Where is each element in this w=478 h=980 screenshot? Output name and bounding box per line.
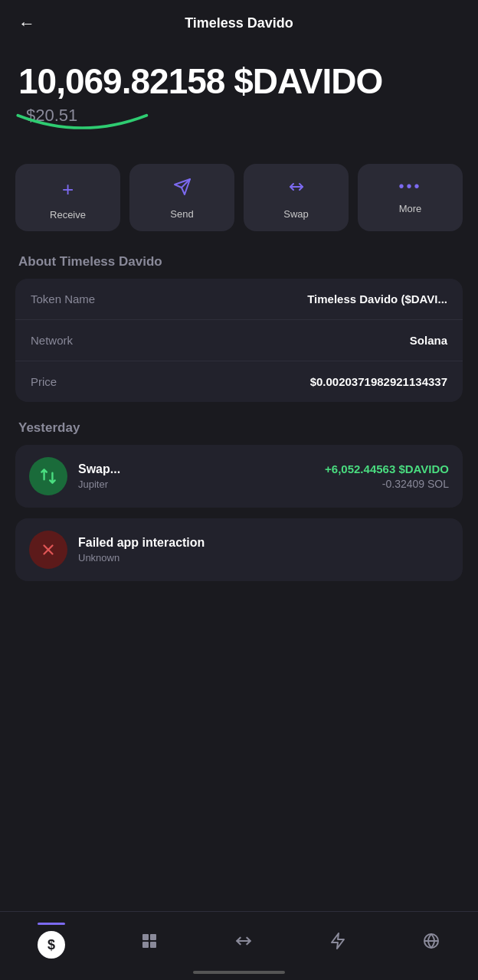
network-row: Network Solana [15,320,463,361]
nav-swap[interactable] [234,931,254,951]
bottom-nav: $ [0,911,478,980]
price-row: Price $0.0020371982921134337 [15,361,463,402]
svg-rect-1 [150,934,156,940]
lightning-icon [329,932,347,950]
swap-tx-info: Swap... Jupiter [78,462,314,490]
price-label: Price [31,375,57,388]
swap-transaction-card[interactable]: Swap... Jupiter +6,052.44563 $DAVIDO -0.… [15,445,463,508]
network-value: Solana [410,334,447,347]
fail-tx-info: Failed app interaction Unknown [78,536,449,564]
balance-usd-wrapper: $20.51 [18,106,85,126]
nav-globe[interactable] [422,932,440,950]
more-label: More [399,203,422,214]
send-label: Send [170,208,193,220]
swap-tx-amount-positive: +6,052.44563 $DAVIDO [325,462,449,475]
transactions-section-title: Yesterday [0,417,478,445]
swap-tx-amount-negative: -0.32409 SOL [325,478,449,490]
grid-icon [140,932,159,950]
about-card: Token Name Timeless Davido ($DAVI... Net… [15,279,463,402]
svg-rect-3 [150,942,156,948]
token-name-label: Token Name [31,292,95,305]
about-section-title: About Timeless Davido [0,247,478,279]
nav-grid[interactable] [140,932,159,950]
ellipsis-icon: ••• [398,178,421,195]
swap-tx-icon [38,466,58,486]
nav-lightning[interactable] [329,932,347,950]
more-button[interactable]: ••• More [358,164,463,231]
balance-usd: $20.51 [18,106,85,125]
failed-transaction-card[interactable]: Failed app interaction Unknown [15,518,463,581]
swap-tx-subtitle: Jupiter [78,479,314,490]
balance-amount: 10,069.82158 $DAVIDO [18,62,460,101]
swap-label: Swap [283,208,309,220]
receive-label: Receive [50,209,86,220]
page-title: Timeless Davido [185,15,293,31]
active-indicator [38,923,65,925]
svg-rect-2 [142,942,149,948]
receive-button[interactable]: + Receive [15,164,120,231]
balance-section: 10,069.82158 $DAVIDO $20.51 [0,39,478,141]
header: ← Timeless Davido [0,0,478,39]
fail-tx-title: Failed app interaction [78,536,449,550]
nav-dollar[interactable]: $ [38,923,65,959]
swap-tx-icon-wrap [29,457,67,495]
swap-tx-amounts: +6,052.44563 $DAVIDO -0.32409 SOL [325,462,449,490]
network-label: Network [31,334,73,347]
swap-button[interactable]: Swap [244,164,349,231]
token-name-row: Token Name Timeless Davido ($DAVI... [15,279,463,320]
swap-icon [287,178,306,201]
send-icon [173,178,192,201]
svg-rect-0 [142,934,149,940]
token-name-value: Timeless Davido ($DAVI... [307,292,447,305]
plus-icon: + [62,178,74,201]
home-indicator [193,971,285,974]
send-button[interactable]: Send [129,164,234,231]
fail-tx-icon-wrap [29,531,67,569]
price-value: $0.0020371982921134337 [310,375,447,388]
fail-tx-subtitle: Unknown [78,552,449,564]
swap-nav-icon [234,931,254,951]
dollar-icon: $ [38,931,65,959]
globe-icon [422,932,440,950]
swap-tx-title: Swap... [78,462,314,476]
back-button[interactable]: ← [18,14,35,34]
fail-tx-icon [40,541,57,558]
action-buttons: + Receive Send Swap ••• More [0,141,478,247]
